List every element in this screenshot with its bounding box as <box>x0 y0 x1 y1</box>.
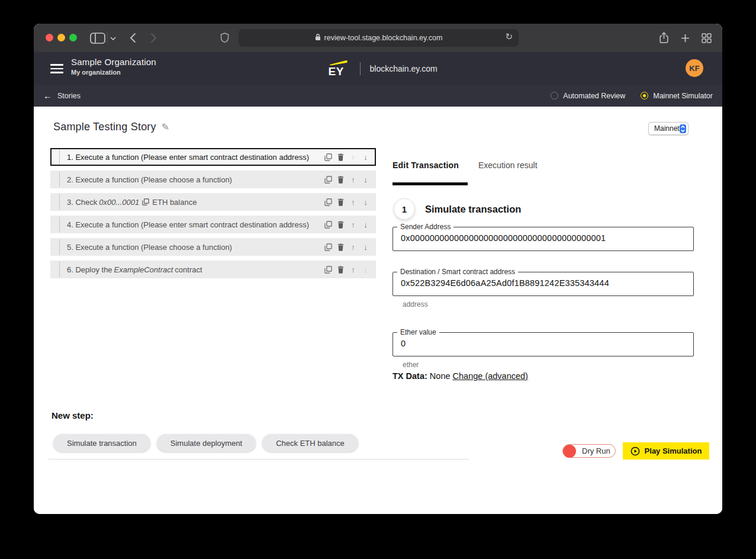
move-down-icon[interactable]: ↓ <box>361 198 370 207</box>
step-number-badge: 1 <box>394 198 415 220</box>
tab-edit-transaction[interactable]: Edit Transaction <box>393 160 459 170</box>
copy-address-icon[interactable] <box>142 198 149 205</box>
organization-block[interactable]: Sample Organization My organization <box>71 57 156 76</box>
move-down-icon[interactable]: ↓ <box>361 220 370 229</box>
move-down-icon[interactable]: ↓ <box>361 243 370 252</box>
move-up-icon[interactable]: ↑ <box>349 198 358 207</box>
lock-icon <box>315 33 321 43</box>
duplicate-step-icon[interactable] <box>324 176 333 184</box>
new-tab-icon[interactable] <box>681 34 690 43</box>
step-drag-handle[interactable] <box>52 217 60 232</box>
share-icon[interactable] <box>659 31 669 44</box>
duplicate-step-icon[interactable] <box>324 221 333 229</box>
step-drag-handle[interactable] <box>52 172 60 187</box>
check-eth-balance-button[interactable]: Check ETH balance <box>262 434 358 452</box>
zoom-button[interactable] <box>69 34 77 41</box>
step-actions: ↑ ↓ <box>324 194 375 210</box>
duplicate-step-icon[interactable] <box>324 198 333 206</box>
move-up-icon[interactable]: ↑ <box>349 243 358 252</box>
close-button[interactable] <box>46 34 53 41</box>
delete-step-icon[interactable] <box>336 266 345 274</box>
step-drag-handle[interactable] <box>52 194 60 210</box>
chevron-down-icon[interactable] <box>110 37 116 40</box>
delete-step-icon[interactable] <box>336 153 345 161</box>
step-row[interactable]: 4. Execute a function (Please enter smar… <box>50 216 376 233</box>
new-step-label: New step: <box>52 410 94 420</box>
reload-icon[interactable]: ↻ <box>505 31 513 42</box>
ey-logo: EY <box>327 59 347 79</box>
forward-navigation-icon[interactable] <box>150 33 157 43</box>
privacy-shield-icon[interactable] <box>220 33 229 43</box>
radio-unchecked-icon[interactable] <box>551 92 558 99</box>
move-up-icon[interactable]: ↑ <box>349 220 358 229</box>
page-title: Sample Testing Story <box>53 121 156 133</box>
sender-address-field[interactable]: Sender Address 0x00000000000000000000000… <box>393 223 694 251</box>
ether-value-input[interactable]: 0 <box>393 336 693 355</box>
step-row[interactable]: 3. Check 0x00...0001 ETH balance ↑ ↓ <box>50 193 376 211</box>
back-label: Stories <box>57 92 81 100</box>
step-actions: ↑ ↓ <box>324 262 375 277</box>
ether-helper-text: ether <box>403 361 419 369</box>
edit-title-icon[interactable]: ✎ <box>162 121 169 133</box>
step-text: 1. Execute a function (Please enter smar… <box>67 149 324 165</box>
dry-run-knob[interactable] <box>563 445 576 458</box>
duplicate-step-icon[interactable] <box>324 153 333 161</box>
duplicate-step-icon[interactable] <box>324 243 333 251</box>
new-step-buttons: Simulate transaction Simulate deployment… <box>53 434 358 452</box>
panel-heading: Simulate transaction <box>425 204 521 215</box>
step-row[interactable]: 2. Execute a function (Please choose a f… <box>50 171 376 188</box>
delete-step-icon[interactable] <box>336 176 345 184</box>
minimize-button[interactable] <box>57 34 65 41</box>
step-drag-handle[interactable] <box>52 239 60 255</box>
brand-domain: blockchain.ey.com <box>370 64 437 73</box>
move-up-icon[interactable]: ↑ <box>349 175 358 184</box>
delete-step-icon[interactable] <box>336 221 345 229</box>
dry-run-toggle[interactable]: Dry Run <box>562 444 616 458</box>
simulate-deployment-button[interactable]: Simulate deployment <box>157 434 256 452</box>
ether-value-field[interactable]: Ether value 0 <box>393 328 694 356</box>
step-text: 2. Execute a function (Please choose a f… <box>67 172 324 187</box>
move-down-icon[interactable]: ↓ <box>361 265 370 274</box>
brand-group: EY blockchain.ey.com <box>327 52 437 85</box>
destination-address-label: Destination / Smart contract address <box>397 268 518 276</box>
mode-automated-review[interactable]: Automated Review <box>551 92 625 100</box>
sender-address-label: Sender Address <box>397 223 453 231</box>
play-simulation-button[interactable]: Play Simulation <box>623 442 709 460</box>
window-controls <box>46 34 77 41</box>
step-row[interactable]: 6. Deploy the ExampleContract contract ↑… <box>50 261 376 278</box>
step-row[interactable]: 1. Execute a function (Please enter smar… <box>50 148 376 166</box>
move-down-icon[interactable]: ↓ <box>361 175 370 184</box>
address-bar[interactable]: review-tool.stage.blockchain.ey.com ↻ <box>239 29 519 47</box>
destination-address-value[interactable]: 0x522B3294E6d06aA25Ad0f1B8891242E3353434… <box>393 276 693 295</box>
avatar[interactable]: KF <box>686 59 703 77</box>
step-row[interactable]: 5. Execute a function (Please choose a f… <box>50 238 376 256</box>
back-navigation-icon[interactable] <box>130 33 136 43</box>
tab-execution-result[interactable]: Execution result <box>478 160 538 170</box>
sender-address-value[interactable]: 0x00000000000000000000000000000000000000… <box>393 231 693 250</box>
sidebar-icon[interactable] <box>90 33 105 44</box>
step-drag-handle[interactable] <box>52 262 60 277</box>
step-drag-handle[interactable] <box>52 149 60 165</box>
move-down-icon[interactable]: ↓ <box>361 153 370 162</box>
tab-overview-icon[interactable] <box>702 33 712 43</box>
dry-run-label: Dry Run <box>582 446 610 455</box>
steps-list: 1. Execute a function (Please enter smar… <box>50 148 376 283</box>
step-actions: ↑ ↓ <box>324 149 375 165</box>
radio-checked-icon[interactable] <box>641 92 648 99</box>
active-tab-underline <box>393 182 468 185</box>
tx-data-change-link[interactable]: Change (advanced) <box>453 371 528 381</box>
step-actions: ↑ ↓ <box>324 239 375 255</box>
delete-step-icon[interactable] <box>336 198 345 206</box>
back-to-stories[interactable]: ← Stories <box>43 85 81 107</box>
menu-icon[interactable] <box>50 64 63 76</box>
organization-name: Sample Organization <box>71 57 156 67</box>
mode-mainnet-simulator[interactable]: Mainnet Simulator <box>641 92 713 100</box>
move-up-icon[interactable]: ↑ <box>349 265 358 274</box>
browser-chrome: review-tool.stage.blockchain.ey.com ↻ <box>34 24 722 52</box>
duplicate-step-icon[interactable] <box>324 266 333 274</box>
delete-step-icon[interactable] <box>336 243 345 251</box>
simulate-transaction-button[interactable]: Simulate transaction <box>53 434 150 452</box>
organization-subtitle: My organization <box>71 69 156 76</box>
destination-address-field[interactable]: Destination / Smart contract address 0x5… <box>393 268 694 296</box>
move-up-icon[interactable]: ↑ <box>349 153 358 162</box>
